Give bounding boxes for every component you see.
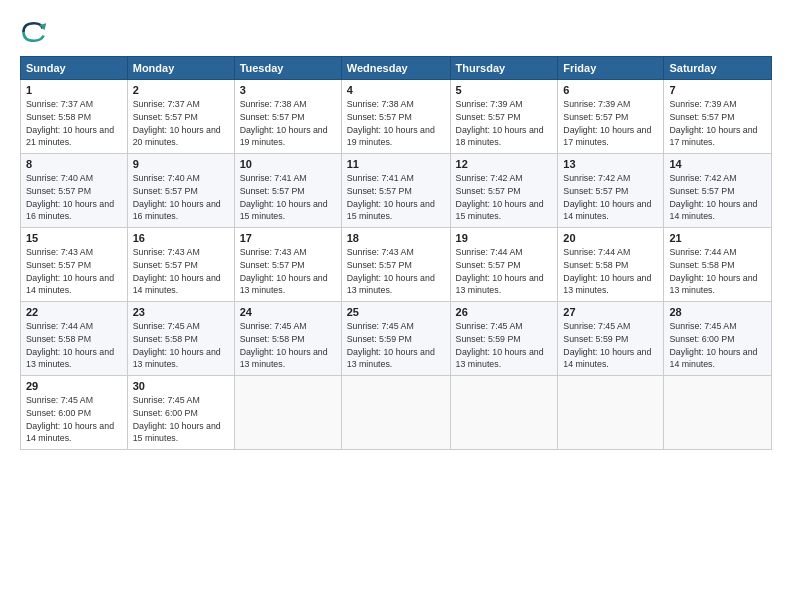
day-number: 6	[563, 84, 658, 96]
day-detail: Sunrise: 7:45 AMSunset: 5:59 PMDaylight:…	[563, 320, 658, 371]
col-thursday: Thursday	[450, 57, 558, 80]
table-row: 25Sunrise: 7:45 AMSunset: 5:59 PMDayligh…	[341, 302, 450, 376]
day-detail: Sunrise: 7:44 AMSunset: 5:58 PMDaylight:…	[563, 246, 658, 297]
day-detail: Sunrise: 7:41 AMSunset: 5:57 PMDaylight:…	[347, 172, 445, 223]
day-number: 18	[347, 232, 445, 244]
calendar-week-row: 29Sunrise: 7:45 AMSunset: 6:00 PMDayligh…	[21, 376, 772, 450]
day-number: 11	[347, 158, 445, 170]
table-row: 5Sunrise: 7:39 AMSunset: 5:57 PMDaylight…	[450, 80, 558, 154]
day-detail: Sunrise: 7:45 AMSunset: 5:59 PMDaylight:…	[347, 320, 445, 371]
day-detail: Sunrise: 7:44 AMSunset: 5:57 PMDaylight:…	[456, 246, 553, 297]
table-row: 12Sunrise: 7:42 AMSunset: 5:57 PMDayligh…	[450, 154, 558, 228]
col-tuesday: Tuesday	[234, 57, 341, 80]
day-detail: Sunrise: 7:43 AMSunset: 5:57 PMDaylight:…	[26, 246, 122, 297]
day-detail: Sunrise: 7:39 AMSunset: 5:57 PMDaylight:…	[563, 98, 658, 149]
day-detail: Sunrise: 7:45 AMSunset: 5:58 PMDaylight:…	[133, 320, 229, 371]
table-row: 3Sunrise: 7:38 AMSunset: 5:57 PMDaylight…	[234, 80, 341, 154]
table-row: 15Sunrise: 7:43 AMSunset: 5:57 PMDayligh…	[21, 228, 128, 302]
day-detail: Sunrise: 7:42 AMSunset: 5:57 PMDaylight:…	[669, 172, 766, 223]
table-row: 29Sunrise: 7:45 AMSunset: 6:00 PMDayligh…	[21, 376, 128, 450]
table-row: 14Sunrise: 7:42 AMSunset: 5:57 PMDayligh…	[664, 154, 772, 228]
day-number: 19	[456, 232, 553, 244]
table-row: 21Sunrise: 7:44 AMSunset: 5:58 PMDayligh…	[664, 228, 772, 302]
day-number: 4	[347, 84, 445, 96]
day-number: 15	[26, 232, 122, 244]
col-saturday: Saturday	[664, 57, 772, 80]
col-sunday: Sunday	[21, 57, 128, 80]
day-detail: Sunrise: 7:44 AMSunset: 5:58 PMDaylight:…	[669, 246, 766, 297]
calendar-header-row: Sunday Monday Tuesday Wednesday Thursday…	[21, 57, 772, 80]
col-friday: Friday	[558, 57, 664, 80]
table-row: 24Sunrise: 7:45 AMSunset: 5:58 PMDayligh…	[234, 302, 341, 376]
table-row: 4Sunrise: 7:38 AMSunset: 5:57 PMDaylight…	[341, 80, 450, 154]
table-row: 13Sunrise: 7:42 AMSunset: 5:57 PMDayligh…	[558, 154, 664, 228]
day-number: 22	[26, 306, 122, 318]
day-detail: Sunrise: 7:40 AMSunset: 5:57 PMDaylight:…	[133, 172, 229, 223]
table-row: 17Sunrise: 7:43 AMSunset: 5:57 PMDayligh…	[234, 228, 341, 302]
table-row	[234, 376, 341, 450]
day-detail: Sunrise: 7:45 AMSunset: 6:00 PMDaylight:…	[669, 320, 766, 371]
day-detail: Sunrise: 7:45 AMSunset: 6:00 PMDaylight:…	[26, 394, 122, 445]
table-row: 11Sunrise: 7:41 AMSunset: 5:57 PMDayligh…	[341, 154, 450, 228]
day-detail: Sunrise: 7:45 AMSunset: 6:00 PMDaylight:…	[133, 394, 229, 445]
table-row: 16Sunrise: 7:43 AMSunset: 5:57 PMDayligh…	[127, 228, 234, 302]
table-row: 19Sunrise: 7:44 AMSunset: 5:57 PMDayligh…	[450, 228, 558, 302]
day-detail: Sunrise: 7:43 AMSunset: 5:57 PMDaylight:…	[240, 246, 336, 297]
day-number: 5	[456, 84, 553, 96]
day-number: 8	[26, 158, 122, 170]
table-row	[558, 376, 664, 450]
day-number: 24	[240, 306, 336, 318]
table-row	[341, 376, 450, 450]
day-number: 21	[669, 232, 766, 244]
day-detail: Sunrise: 7:37 AMSunset: 5:57 PMDaylight:…	[133, 98, 229, 149]
day-number: 16	[133, 232, 229, 244]
calendar-week-row: 15Sunrise: 7:43 AMSunset: 5:57 PMDayligh…	[21, 228, 772, 302]
table-row: 27Sunrise: 7:45 AMSunset: 5:59 PMDayligh…	[558, 302, 664, 376]
table-row	[664, 376, 772, 450]
day-number: 17	[240, 232, 336, 244]
col-monday: Monday	[127, 57, 234, 80]
calendar-week-row: 8Sunrise: 7:40 AMSunset: 5:57 PMDaylight…	[21, 154, 772, 228]
day-detail: Sunrise: 7:43 AMSunset: 5:57 PMDaylight:…	[347, 246, 445, 297]
day-detail: Sunrise: 7:43 AMSunset: 5:57 PMDaylight:…	[133, 246, 229, 297]
day-number: 10	[240, 158, 336, 170]
day-number: 28	[669, 306, 766, 318]
day-number: 1	[26, 84, 122, 96]
col-wednesday: Wednesday	[341, 57, 450, 80]
table-row: 23Sunrise: 7:45 AMSunset: 5:58 PMDayligh…	[127, 302, 234, 376]
table-row: 10Sunrise: 7:41 AMSunset: 5:57 PMDayligh…	[234, 154, 341, 228]
table-row: 28Sunrise: 7:45 AMSunset: 6:00 PMDayligh…	[664, 302, 772, 376]
header	[20, 18, 772, 46]
day-detail: Sunrise: 7:42 AMSunset: 5:57 PMDaylight:…	[456, 172, 553, 223]
table-row: 2Sunrise: 7:37 AMSunset: 5:57 PMDaylight…	[127, 80, 234, 154]
day-number: 14	[669, 158, 766, 170]
day-detail: Sunrise: 7:45 AMSunset: 5:58 PMDaylight:…	[240, 320, 336, 371]
logo	[20, 18, 52, 46]
table-row: 30Sunrise: 7:45 AMSunset: 6:00 PMDayligh…	[127, 376, 234, 450]
logo-icon	[20, 18, 48, 46]
day-number: 30	[133, 380, 229, 392]
table-row: 1Sunrise: 7:37 AMSunset: 5:58 PMDaylight…	[21, 80, 128, 154]
day-detail: Sunrise: 7:45 AMSunset: 5:59 PMDaylight:…	[456, 320, 553, 371]
day-detail: Sunrise: 7:38 AMSunset: 5:57 PMDaylight:…	[240, 98, 336, 149]
table-row: 7Sunrise: 7:39 AMSunset: 5:57 PMDaylight…	[664, 80, 772, 154]
calendar-week-row: 1Sunrise: 7:37 AMSunset: 5:58 PMDaylight…	[21, 80, 772, 154]
day-number: 25	[347, 306, 445, 318]
day-number: 12	[456, 158, 553, 170]
table-row: 8Sunrise: 7:40 AMSunset: 5:57 PMDaylight…	[21, 154, 128, 228]
day-number: 29	[26, 380, 122, 392]
table-row: 9Sunrise: 7:40 AMSunset: 5:57 PMDaylight…	[127, 154, 234, 228]
table-row: 22Sunrise: 7:44 AMSunset: 5:58 PMDayligh…	[21, 302, 128, 376]
calendar-week-row: 22Sunrise: 7:44 AMSunset: 5:58 PMDayligh…	[21, 302, 772, 376]
day-detail: Sunrise: 7:39 AMSunset: 5:57 PMDaylight:…	[669, 98, 766, 149]
day-number: 26	[456, 306, 553, 318]
calendar-table: Sunday Monday Tuesday Wednesday Thursday…	[20, 56, 772, 450]
day-number: 7	[669, 84, 766, 96]
day-detail: Sunrise: 7:41 AMSunset: 5:57 PMDaylight:…	[240, 172, 336, 223]
day-detail: Sunrise: 7:37 AMSunset: 5:58 PMDaylight:…	[26, 98, 122, 149]
day-detail: Sunrise: 7:39 AMSunset: 5:57 PMDaylight:…	[456, 98, 553, 149]
day-detail: Sunrise: 7:40 AMSunset: 5:57 PMDaylight:…	[26, 172, 122, 223]
table-row: 20Sunrise: 7:44 AMSunset: 5:58 PMDayligh…	[558, 228, 664, 302]
day-detail: Sunrise: 7:44 AMSunset: 5:58 PMDaylight:…	[26, 320, 122, 371]
day-number: 27	[563, 306, 658, 318]
